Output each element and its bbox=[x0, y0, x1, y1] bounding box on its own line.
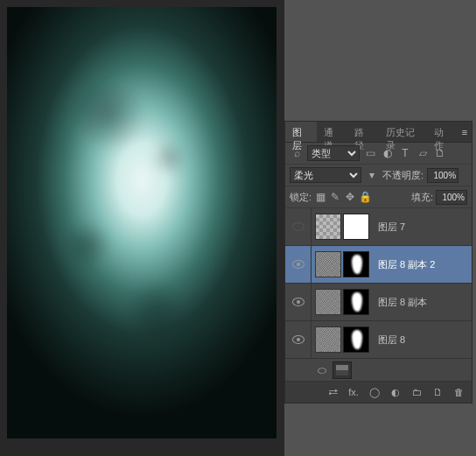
opacity-label: 不透明度: bbox=[382, 169, 424, 182]
layer-row[interactable]: 图层 8 bbox=[285, 321, 472, 359]
eye-icon bbox=[292, 260, 304, 269]
layer-thumb[interactable] bbox=[315, 251, 341, 277]
adjustment-button[interactable]: ◐ bbox=[386, 384, 405, 400]
layer-row[interactable]: 图层 8 副本 bbox=[285, 284, 472, 321]
menu-icon: ≡ bbox=[462, 127, 467, 137]
link-thumb[interactable] bbox=[332, 361, 352, 379]
lock-all-icon[interactable]: 🔒 bbox=[359, 190, 371, 204]
layers-panel: 图层 通道 路径 历史记录 动作 ≡ ⌕ 类型 ▭ ◐ T ▱ 🗋 柔光 ▾ bbox=[284, 121, 472, 403]
canvas-area bbox=[0, 0, 284, 456]
layer-name[interactable]: 图层 8 副本 2 bbox=[373, 258, 435, 271]
filter-adjust-icon[interactable]: ◐ bbox=[381, 146, 395, 160]
link-layers-button[interactable]: ⮂ bbox=[323, 384, 342, 400]
lock-brush-icon[interactable]: ✎ bbox=[329, 190, 341, 204]
fill-label: 填充: bbox=[411, 191, 433, 204]
eye-icon bbox=[292, 222, 304, 231]
layer-thumb[interactable] bbox=[315, 289, 341, 315]
lock-row: 锁定: ▦ ✎ ✥ 🔒 填充: bbox=[285, 186, 472, 208]
svg-rect-1 bbox=[336, 370, 348, 375]
eye-icon bbox=[292, 335, 304, 344]
group-button[interactable]: 🗀 bbox=[407, 384, 426, 400]
filter-kind-select[interactable]: 类型 bbox=[307, 145, 360, 161]
panel-footer: ⮂ fx. ◯ ◐ 🗀 🗋 🗑 bbox=[285, 382, 472, 403]
link-icon: ⬭ bbox=[315, 363, 329, 377]
layer-thumb[interactable] bbox=[315, 326, 341, 353]
blend-mode-select[interactable]: 柔光 bbox=[290, 167, 361, 183]
panels-area: 图层 通道 路径 历史记录 动作 ≡ ⌕ 类型 ▭ ◐ T ▱ 🗋 柔光 ▾ bbox=[284, 0, 476, 456]
gradient-icon bbox=[336, 365, 348, 375]
mask-thumb[interactable] bbox=[343, 289, 369, 315]
search-icon[interactable]: ⌕ bbox=[290, 146, 304, 160]
blend-row: 柔光 ▾ 不透明度: bbox=[285, 165, 472, 186]
layer-name[interactable]: 图层 7 bbox=[373, 221, 405, 234]
visibility-toggle[interactable] bbox=[285, 321, 312, 358]
layer-thumbs bbox=[312, 214, 373, 240]
lock-transparent-icon[interactable]: ▦ bbox=[314, 190, 326, 204]
layer-thumb[interactable] bbox=[315, 214, 341, 240]
document-canvas[interactable] bbox=[7, 7, 276, 438]
tab-paths[interactable]: 路径 bbox=[347, 122, 379, 142]
filter-row: ⌕ 类型 ▭ ◐ T ▱ 🗋 bbox=[285, 143, 472, 165]
mask-thumb[interactable] bbox=[343, 251, 369, 277]
filter-smart-icon[interactable]: 🗋 bbox=[433, 146, 447, 160]
panel-menu-icon[interactable]: ≡ bbox=[458, 122, 472, 142]
tab-channels[interactable]: 通道 bbox=[317, 122, 348, 142]
layer-row[interactable]: 图层 7 bbox=[285, 208, 472, 246]
lock-label: 锁定: bbox=[290, 191, 312, 204]
fill-input[interactable] bbox=[436, 190, 467, 205]
tab-actions[interactable]: 动作 bbox=[427, 122, 458, 142]
layer-name[interactable]: 图层 8 bbox=[373, 333, 405, 347]
visibility-toggle[interactable] bbox=[285, 246, 312, 283]
layer-thumbs bbox=[312, 251, 373, 277]
tab-layers[interactable]: 图层 bbox=[285, 122, 317, 142]
tab-history[interactable]: 历史记录 bbox=[379, 122, 427, 142]
filter-shape-icon[interactable]: ▱ bbox=[416, 146, 430, 160]
opacity-input[interactable] bbox=[427, 168, 458, 183]
layers-list: 图层 7 图层 8 副本 2 bbox=[285, 208, 472, 382]
mask-button[interactable]: ◯ bbox=[365, 384, 384, 400]
layer-thumbs bbox=[312, 326, 373, 353]
layer-row[interactable]: 图层 8 副本 2 bbox=[285, 246, 472, 284]
mask-thumb[interactable] bbox=[343, 326, 369, 353]
mask-thumb[interactable] bbox=[343, 214, 369, 240]
delete-layer-button[interactable]: 🗑 bbox=[449, 384, 468, 400]
visibility-toggle[interactable] bbox=[285, 208, 312, 245]
filter-pixel-icon[interactable]: ▭ bbox=[363, 146, 377, 160]
new-layer-button[interactable]: 🗋 bbox=[428, 384, 447, 400]
fx-button[interactable]: fx. bbox=[344, 384, 363, 400]
filter-text-icon[interactable]: T bbox=[398, 146, 412, 160]
blend-dropdown-icon[interactable]: ▾ bbox=[365, 168, 379, 182]
link-row[interactable]: ⬭ bbox=[285, 359, 472, 382]
visibility-toggle[interactable] bbox=[285, 284, 312, 320]
lock-move-icon[interactable]: ✥ bbox=[344, 190, 356, 204]
eye-icon bbox=[292, 298, 304, 306]
panel-tabs: 图层 通道 路径 历史记录 动作 ≡ bbox=[285, 122, 472, 143]
layer-name[interactable]: 图层 8 副本 bbox=[373, 296, 427, 309]
layer-thumbs bbox=[312, 289, 373, 315]
